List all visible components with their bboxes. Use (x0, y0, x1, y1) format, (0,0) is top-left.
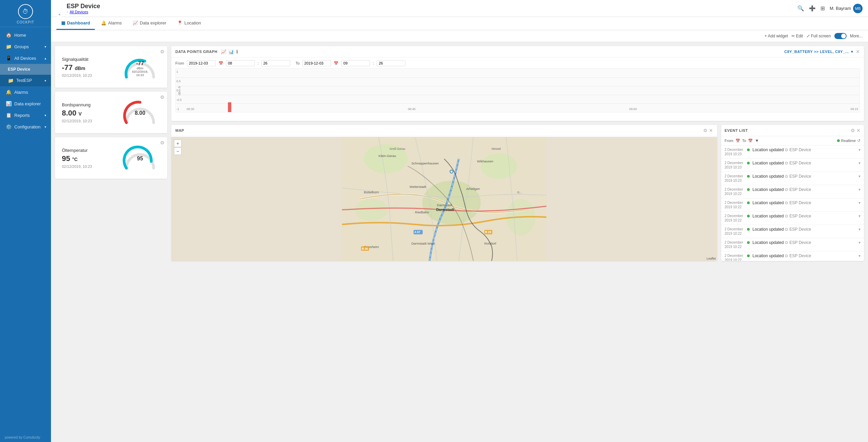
to-hour-input[interactable] (341, 60, 370, 66)
event-item[interactable]: 2 December2019 10:22 Location updated ⊙ … (721, 198, 864, 212)
tab-data-explorer[interactable]: 📈 Data explorer (128, 17, 171, 30)
event-expand-icon[interactable]: ▾ (858, 200, 861, 205)
map-close-button[interactable]: ✕ (709, 128, 713, 133)
event-expand-icon[interactable]: ▾ (858, 187, 861, 192)
event-dot (747, 188, 750, 191)
oltemperatur-date: 02/12/2019, 10:23 (62, 164, 120, 169)
map-widget: MAP ⚙ ✕ (171, 125, 717, 261)
event-expand-icon[interactable]: ▾ (858, 253, 861, 258)
event-dot (747, 215, 750, 217)
event-list-close-button[interactable]: ✕ (856, 128, 861, 133)
signalqualitat-date: 02/12/2019, 10:23 (62, 73, 120, 77)
sidebar-esp-device-label: ESP Device (8, 67, 30, 72)
sidebar-collapse-button[interactable]: « (56, 12, 63, 18)
event-item[interactable]: 2 December2019 10:23 Location updated ⊙ … (721, 172, 864, 185)
event-item[interactable]: 2 December2019 10:22 Location updated ⊙ … (721, 212, 864, 225)
from-date-input[interactable] (187, 60, 216, 66)
sidebar-item-alarms[interactable]: 🔔 Alarms (0, 86, 51, 98)
event-text: Location updated ⊙ ESP Device (752, 214, 858, 218)
user-name: M. Bayram (830, 6, 851, 11)
event-item[interactable]: 2 December2019 10:22 Location updated ⊙ … (721, 225, 864, 238)
to-date-input[interactable] (302, 60, 331, 66)
full-screen-button[interactable]: ⤢ Full screen (806, 34, 831, 38)
to-event-label: To (742, 139, 746, 143)
event-device: ⊙ ESP Device (785, 227, 811, 232)
event-text: Location updated ⊙ ESP Device (752, 240, 858, 245)
event-expand-icon[interactable]: ▾ (858, 161, 861, 165)
oltemperatur-widget: ⚙ Öltemperatur 95 °C 02/12/2019, 10:23 (55, 137, 167, 179)
calendar-to-icon[interactable]: 📅 (748, 139, 753, 143)
sidebar-item-reports[interactable]: 📋 Reports ▾ (0, 109, 51, 121)
event-date: 2 December2019 10:23 (725, 161, 744, 170)
event-text: Location updated ⊙ ESP Device (752, 147, 858, 152)
event-list-settings-button[interactable]: ⚙ (851, 128, 855, 133)
chevron-down-icon-3: ▾ (45, 113, 46, 117)
realtime-label: Realtime (841, 139, 856, 143)
leaflet-attribution: Leaflet (707, 257, 716, 260)
more-button[interactable]: More... (850, 34, 863, 38)
signalqualitat-settings-button[interactable]: ⚙ (160, 49, 164, 54)
calendar-icon-to[interactable]: 📅 (334, 61, 338, 66)
filter-button[interactable]: ▼ (755, 138, 759, 143)
data-points-settings-button[interactable]: ✕ (856, 49, 860, 54)
event-expand-icon[interactable]: ▾ (858, 227, 861, 232)
logo-icon: ⏱ (18, 4, 33, 19)
svg-text:Darmstadt: Darmstadt (436, 208, 454, 212)
bar-chart-icon[interactable]: 📊 (228, 49, 234, 54)
apps-button[interactable]: ⊞ (820, 5, 825, 12)
from-hour-input[interactable] (226, 60, 255, 66)
event-expand-icon[interactable]: ▾ (858, 147, 861, 152)
add-button[interactable]: ➕ (809, 5, 816, 12)
dashboard-tab-label: Dashboard (67, 20, 90, 25)
breadcrumb-link[interactable]: All Devices (70, 10, 88, 14)
sidebar-item-data-explorer[interactable]: 📊 Data explorer (0, 98, 51, 109)
event-item[interactable]: 2 December2019 10:22 Location updated ⊙ … (721, 185, 864, 198)
calendar-icon-from[interactable]: 📅 (219, 61, 223, 66)
sidebar-sub-devices: ESP Device 📁 TestESP ▾ (0, 64, 51, 86)
tab-location[interactable]: 📍 Location (172, 17, 206, 30)
refresh-button[interactable]: ↺ (857, 138, 861, 143)
event-item[interactable]: 2 December2019 10:23 Location updated ⊙ … (721, 159, 864, 172)
event-device: ⊙ ESP Device (785, 240, 811, 245)
time-separator-from: : (258, 61, 259, 65)
event-expand-icon[interactable]: ▾ (858, 174, 861, 179)
edit-button[interactable]: ✏ Edit (792, 34, 803, 38)
chevron-down-icon: ▾ (45, 45, 46, 49)
from-min-input[interactable] (261, 60, 290, 66)
event-expand-icon[interactable]: ▾ (858, 214, 861, 218)
event-item[interactable]: 2 December2019 10:22 Location updated ⊙ … (721, 251, 864, 261)
zoom-out-button[interactable]: − (174, 147, 181, 155)
location-tab-icon: 📍 (177, 20, 183, 25)
calendar-from-icon[interactable]: 📅 (735, 139, 740, 143)
event-item[interactable]: 2 December2019 10:22 Location updated ⊙ … (721, 238, 864, 251)
realtime-badge: Realtime ↺ (837, 138, 861, 143)
sidebar-item-groups[interactable]: 📁 Groups ▾ (0, 41, 51, 52)
data-selector[interactable]: c8y_Battery >> level, c8y_... (784, 50, 849, 54)
info-icon[interactable]: ℹ (236, 49, 238, 54)
sidebar-item-home-label: Home (14, 33, 26, 38)
bordspannung-settings-button[interactable]: ⚙ (160, 94, 164, 100)
devices-icon: 📱 (6, 55, 12, 61)
event-item[interactable]: 2 December2019 10:23 Location updated ⊙ … (721, 145, 864, 159)
toggle-switch[interactable] (834, 33, 847, 39)
sidebar-item-test-esp[interactable]: 📁 TestESP ▾ (0, 75, 51, 86)
to-min-input[interactable] (377, 60, 405, 66)
oltemperatur-settings-button[interactable]: ⚙ (160, 140, 164, 145)
sidebar-item-all-devices[interactable]: 📱 All Devices ▴ (0, 52, 51, 64)
add-widget-button[interactable]: + Add widget (765, 34, 788, 38)
event-expand-icon[interactable]: ▾ (858, 240, 861, 245)
sidebar-item-configuration[interactable]: ⚙️ Configuration ▾ (0, 121, 51, 132)
user-menu[interactable]: M. Bayram MB (830, 4, 863, 13)
tab-alarms[interactable]: 🔔 Alarms (96, 17, 126, 30)
chevron-down-data[interactable]: ▾ (851, 50, 853, 54)
line-chart-icon[interactable]: 📈 (221, 49, 227, 54)
search-button[interactable]: 🔍 (797, 5, 804, 12)
app-name: COCKPIT (17, 20, 34, 24)
zoom-in-button[interactable]: + (174, 140, 181, 147)
sidebar-item-esp-device[interactable]: ESP Device (0, 64, 51, 75)
sidebar-item-configuration-label: Configuration (14, 124, 40, 129)
sidebar-item-home[interactable]: 🏠 Home (0, 29, 51, 41)
event-device: ⊙ ESP Device (785, 200, 811, 205)
tab-dashboard[interactable]: ▦ Dashboard (56, 17, 95, 30)
map-settings-button[interactable]: ⚙ (703, 128, 708, 133)
